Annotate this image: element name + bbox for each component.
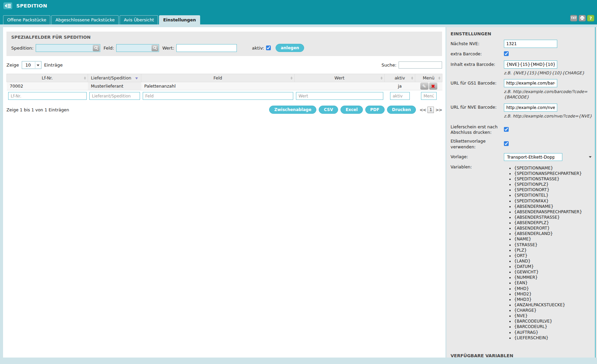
variable-item: {DATUM} [514, 264, 594, 269]
variable-item: {SPEDITIONORT} [514, 187, 594, 193]
einstellungen-panel: EINSTELLUNGEN Nächste NVE: extra Barcode… [446, 27, 597, 358]
naechste-nve-label: Nächste NVE: [451, 41, 504, 47]
variable-item: {ABSENDERSTRASSE} [514, 215, 594, 220]
gs1-url-label: URL für GS1 Barcode: [451, 80, 504, 86]
wert-input[interactable] [176, 44, 237, 52]
nve-url-hint: z.B. http://example.com/nve/?code={NVE} [504, 113, 592, 119]
filter-lieferant-input[interactable] [89, 92, 140, 100]
nve-url-input[interactable] [504, 104, 557, 112]
aktiv-label: aktiv: [252, 46, 264, 51]
tab-bar: Offene Packstücke Abgeschlossene Packstü… [0, 12, 597, 24]
inhalt-extra-barcode-row: Inhalt extra Barcode: [451, 60, 594, 69]
vorlage-label: Vorlage: [451, 154, 504, 160]
lieferschein-row: Lieferschein erst nach Abschluss drucken… [451, 124, 594, 135]
vorlage-select-wrap: Transport-Etikett-Doppelt [504, 153, 594, 161]
tab-einstellungen[interactable]: Einstellungen [159, 15, 200, 24]
column-header-aktiv[interactable]: aktiv [385, 74, 415, 82]
variable-item: {LIEFERSCHEIN} [514, 335, 594, 341]
column-header-feld[interactable]: Feld [141, 74, 295, 82]
wert-label: Wert: [162, 46, 174, 51]
verfuegbare-variablen-heading: VERFÜGBARE VARIABLEN [451, 353, 594, 358]
export-button[interactable]: Drucken [387, 106, 416, 114]
einstellungen-heading: EINSTELLUNGEN [451, 31, 594, 36]
column-header-menue[interactable]: Menü [415, 74, 442, 82]
lieferschein-checkbox[interactable] [504, 127, 509, 132]
txt-export-icon[interactable]: TXT [570, 15, 577, 21]
cell-lieferant: Musterlieferant [88, 82, 141, 90]
anlegen-button[interactable]: anlegen [276, 44, 304, 52]
variable-item: {ABSENDERORT} [514, 226, 594, 231]
export-button[interactable]: Zwischenablage [269, 106, 316, 114]
magnifier-plus-glyph [153, 46, 157, 50]
feld-label: Feld: [104, 46, 114, 51]
filter-wert-input[interactable] [296, 92, 383, 100]
magnifier-plus-glyph [94, 46, 98, 50]
variable-item: {MHD} [514, 286, 594, 291]
help-icon[interactable]: ? [587, 15, 594, 21]
variable-item: {MHD3} [514, 297, 594, 302]
filter-lfnr-input[interactable] [8, 92, 87, 100]
filter-aktiv-input[interactable] [390, 92, 410, 100]
spedition-input[interactable] [36, 44, 100, 52]
export-button[interactable]: PDF [365, 106, 385, 114]
delete-row-button[interactable]: ✖ [429, 83, 437, 90]
tab-offene-packstuecke[interactable]: Offene Packstücke [3, 15, 50, 24]
current-page-button[interactable]: 1 [427, 107, 434, 113]
column-label: Lieferant/Spedition [91, 75, 131, 80]
vorlage-row: Vorlage: Transport-Etikett-Doppelt [451, 153, 594, 161]
variablen-list: {SPEDITIONNAME}{SPEDITIONANSPRECHPARTNER… [504, 166, 594, 341]
cell-lfnr: 70002 [7, 82, 88, 90]
variable-item: {SPEDITIONPLZ} [514, 182, 594, 187]
page-size-wrap: 10 [22, 61, 41, 69]
lieferschein-label: Lieferschein erst nach Abschluss drucken… [451, 124, 504, 135]
gs1-url-input[interactable] [504, 79, 557, 87]
window-icons: TXT ? [570, 15, 594, 21]
variable-item: {BARCODEURLVE} [514, 319, 594, 324]
search-area: Suche: [382, 61, 442, 69]
printer-icon[interactable] [579, 15, 586, 21]
edit-row-button[interactable]: ✎ [420, 83, 428, 90]
variable-item: {MHD2} [514, 292, 594, 297]
spedition-search-icon[interactable] [93, 45, 100, 51]
etikettenvorlage-checkbox[interactable] [504, 141, 509, 146]
aktiv-checkbox[interactable] [266, 46, 271, 50]
filter-feld-input[interactable] [143, 92, 293, 100]
prev-page-button[interactable]: << [419, 107, 426, 112]
spedition-label: Spedition: [11, 46, 34, 51]
variable-item: {ANZAHLPACKSTUECKE} [514, 303, 594, 308]
next-page-button[interactable]: >> [435, 107, 442, 112]
sort-icon [381, 76, 383, 79]
pencil-icon: ✎ [422, 84, 426, 89]
table-controls: Zeige 10 Einträge Suche: [6, 61, 442, 69]
vorlage-select[interactable]: Transport-Etikett-Doppelt [504, 153, 562, 161]
feld-search-icon[interactable] [152, 45, 158, 51]
column-header-lfnr[interactable]: Lf-Nr. [7, 74, 88, 82]
nve-url-label: URL für NVE Barcode: [451, 105, 504, 110]
filter-menue-input[interactable] [421, 92, 437, 100]
variable-item: {CHARGE} [514, 308, 594, 313]
column-header-wert[interactable]: Wert [295, 74, 385, 82]
inhalt-extra-barcode-input[interactable] [504, 60, 557, 69]
zeige-label: Zeige [6, 62, 19, 68]
extra-barcode-checkbox[interactable] [504, 51, 509, 56]
tab-avis-uebersicht[interactable]: Avis Übersicht [120, 15, 158, 24]
printer-glyph [580, 16, 584, 20]
naechste-nve-input[interactable] [504, 40, 557, 48]
export-button[interactable]: CSV [319, 106, 338, 114]
search-input[interactable] [399, 61, 442, 69]
page-size-select[interactable]: 10 [22, 61, 41, 69]
variable-item: {NUMMER} [514, 275, 594, 280]
variable-item: {SPEDITIONSTRASSE} [514, 177, 594, 182]
export-button[interactable]: Excel [340, 106, 363, 114]
sort-icon [291, 76, 293, 79]
spedition-app: SPEDITION Offene Packstücke Abgeschlosse… [0, 0, 597, 364]
tab-abgeschlossene-packstuecke[interactable]: Abgeschlossene Packstücke [51, 15, 119, 24]
eintraege-label: Einträge [44, 62, 63, 68]
variablen-row: Variablen: {SPEDITIONNAME}{SPEDITIONANSP… [451, 164, 594, 341]
etikettenvorlage-label: Etikettenvorlage verwenden: [451, 139, 504, 150]
variable-item: {GEWICHT} [514, 270, 594, 275]
column-header-lieferant[interactable]: Lieferant/Spedition [88, 74, 141, 82]
table-row[interactable]: 70002 Musterlieferant Palettenanzahl ja … [7, 82, 442, 90]
naechste-nve-row: Nächste NVE: [451, 40, 594, 48]
collapse-menu-icon[interactable] [3, 2, 12, 9]
